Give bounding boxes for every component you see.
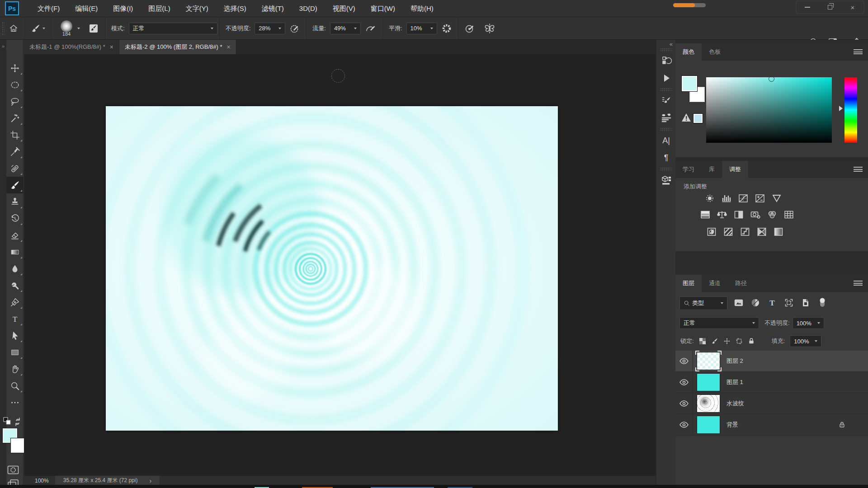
tab-close-icon[interactable]: × — [110, 43, 113, 51]
layer-filter-select[interactable]: 类型 — [679, 296, 727, 310]
tool-preset-picker[interactable] — [27, 19, 49, 38]
tab-layers[interactable]: 图层 — [675, 275, 702, 292]
character-panel-button[interactable]: A| — [656, 132, 676, 149]
gamut-warning-icon[interactable] — [681, 112, 692, 123]
photo-filter-icon[interactable] — [749, 210, 762, 220]
brushes-panel-button[interactable] — [656, 109, 676, 127]
smoothing-options-button[interactable] — [437, 19, 456, 38]
color-picker-ring[interactable] — [769, 76, 774, 82]
lock-all-icon[interactable] — [748, 338, 755, 345]
panel-group-handle[interactable] — [660, 48, 672, 52]
magic-wand-tool[interactable] — [6, 110, 24, 127]
invert-icon[interactable] — [705, 227, 718, 237]
swap-colors-icon[interactable] — [16, 418, 19, 421]
brush-tool[interactable] — [6, 177, 24, 193]
layer-row-3[interactable]: 水波纹 — [675, 393, 868, 414]
menu-image[interactable]: 图像(I) — [105, 0, 141, 17]
opacity-pressure-button[interactable] — [285, 19, 304, 38]
panel-menu-icon[interactable] — [854, 281, 863, 286]
tab-libraries[interactable]: 库 — [702, 161, 722, 178]
channel-mixer-icon[interactable] — [766, 210, 778, 220]
layer-thumbnail[interactable] — [697, 416, 720, 434]
visibility-toggle[interactable] — [675, 393, 693, 414]
clone-stamp-tool[interactable] — [6, 193, 24, 210]
filter-shape-layers-icon[interactable] — [783, 297, 794, 308]
saturation-brightness-field[interactable] — [706, 77, 832, 143]
tab-learn[interactable]: 学习 — [675, 161, 702, 178]
filter-toggle-icon[interactable] — [817, 297, 828, 308]
layer-name[interactable]: 背景 — [726, 421, 738, 429]
airbrush-button[interactable] — [361, 19, 381, 38]
collapse-panels-icon[interactable]: « — [656, 40, 675, 47]
menu-window[interactable]: 窗口(W) — [363, 0, 403, 17]
hue-saturation-icon[interactable] — [699, 210, 712, 220]
background-color-swatch[interactable] — [11, 438, 25, 453]
size-pressure-button[interactable] — [460, 19, 479, 38]
curves-icon[interactable] — [737, 193, 750, 203]
menu-view[interactable]: 视图(V) — [325, 0, 363, 17]
layer-opacity-select[interactable]: 100% — [793, 317, 824, 329]
foreground-color-swatch[interactable] — [682, 76, 697, 91]
menu-layer[interactable]: 图层(L) — [141, 0, 178, 17]
tab-paths[interactable]: 路径 — [728, 275, 754, 292]
filter-smart-objects-icon[interactable] — [800, 297, 811, 308]
zoom-tool[interactable] — [6, 377, 24, 394]
opacity-select[interactable]: 28% — [255, 23, 285, 34]
tab-channels[interactable]: 通道 — [702, 275, 728, 292]
layer-row-1[interactable]: 图层 2 — [675, 351, 868, 372]
tab-close-icon[interactable]: × — [226, 43, 230, 51]
visibility-toggle[interactable] — [675, 372, 693, 393]
exposure-icon[interactable] — [754, 193, 766, 203]
panel-group-handle[interactable] — [660, 167, 672, 171]
menu-filter[interactable]: 滤镜(T) — [254, 0, 292, 17]
tab-adjustments[interactable]: 调整 — [722, 161, 748, 178]
canvas-pasteboard[interactable] — [24, 55, 656, 476]
eraser-tool[interactable] — [6, 227, 24, 244]
blend-mode-select[interactable]: 正常 — [129, 23, 217, 34]
blur-tool[interactable] — [6, 260, 24, 277]
layer-name[interactable]: 图层 1 — [726, 378, 743, 386]
layer-fill-select[interactable]: 100% — [790, 335, 821, 347]
layer-row-2[interactable]: 图层 1 — [675, 372, 868, 393]
background-lock-icon[interactable] — [839, 421, 845, 428]
minimize-button[interactable] — [796, 1, 819, 13]
rectangle-tool[interactable] — [6, 344, 24, 361]
expand-panel-icon[interactable]: » — [0, 43, 6, 49]
layer-thumbnail[interactable] — [697, 352, 720, 370]
levels-icon[interactable] — [720, 193, 733, 203]
document-tab-2[interactable]: 未标题-2 @ 100% (图层 2, RGB/8#) * × — [119, 40, 236, 54]
lock-position-icon[interactable] — [723, 338, 731, 345]
brush-preset-picker[interactable]: 184 — [53, 19, 84, 38]
history-panel-button[interactable] — [656, 52, 676, 70]
black-white-icon[interactable] — [732, 210, 745, 220]
panel-group-handle[interactable] — [660, 88, 672, 91]
menu-type[interactable]: 文字(Y) — [178, 0, 216, 17]
elliptical-marquee-tool[interactable] — [6, 76, 24, 93]
posterize-icon[interactable] — [722, 227, 735, 237]
document-info[interactable]: 35.28 厘米 x 25.4 厘米 (72 ppi) › — [55, 476, 160, 485]
menu-file[interactable]: 文件(F) — [30, 0, 67, 17]
properties-panel-button[interactable] — [656, 172, 676, 189]
eyedropper-tool[interactable] — [6, 143, 24, 160]
quick-mask-button[interactable] — [7, 465, 19, 474]
selective-color-icon[interactable] — [772, 227, 785, 237]
color-balance-icon[interactable] — [716, 210, 728, 220]
layer-name[interactable]: 水波纹 — [726, 399, 744, 408]
tab-swatches[interactable]: 色板 — [702, 43, 728, 61]
lock-pixels-icon[interactable] — [711, 338, 718, 345]
layer-thumbnail[interactable] — [697, 373, 720, 391]
close-button[interactable]: × — [841, 1, 864, 13]
panel-menu-icon[interactable] — [854, 49, 863, 54]
brush-settings-panel-button[interactable] — [656, 92, 676, 109]
brush-settings-toggle[interactable] — [84, 19, 103, 38]
tab-color[interactable]: 颜色 — [675, 43, 702, 61]
color-lookup-icon[interactable] — [783, 210, 795, 220]
brightness-contrast-icon[interactable] — [703, 193, 716, 203]
threshold-icon[interactable] — [739, 227, 751, 237]
paint-symmetry-button[interactable] — [479, 19, 500, 38]
home-button[interactable] — [5, 19, 23, 38]
vibrance-icon[interactable] — [770, 193, 783, 203]
filter-adjustment-layers-icon[interactable] — [750, 297, 761, 308]
smoothing-select[interactable]: 10% — [406, 23, 437, 34]
menu-edit[interactable]: 编辑(E) — [67, 0, 105, 17]
